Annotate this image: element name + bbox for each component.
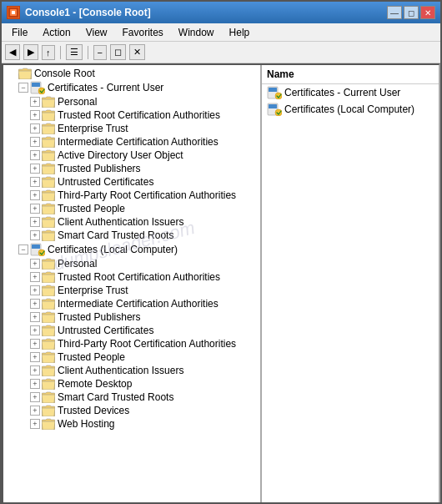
tree-item-client-auth2[interactable]: + Client Authentication Issuers	[3, 364, 260, 377]
folder-icon	[42, 298, 55, 310]
toolbar-forward[interactable]: ▶	[23, 44, 38, 60]
tree-item-active-directory1[interactable]: + Active Directory User Object	[3, 149, 260, 162]
toolbar-up[interactable]: ↑	[42, 45, 55, 60]
tree-panel: Console Root− Certificates - Current Use…	[3, 65, 262, 504]
tree-item-label: Enterprise Trust	[58, 123, 128, 134]
menu-action[interactable]: Action	[36, 25, 77, 40]
expand-icon[interactable]: +	[30, 177, 40, 187]
tree-item-trusted-publishers2[interactable]: + Trusted Publishers	[3, 310, 260, 324]
folder-icon	[42, 109, 55, 121]
cert-icon	[30, 243, 45, 256]
restore-button[interactable]: ◻	[404, 6, 419, 19]
tree-item-label: Trusted Root Certification Authorities	[58, 271, 220, 283]
expand-icon[interactable]: +	[30, 97, 40, 107]
folder-icon	[42, 391, 55, 403]
expand-icon[interactable]: +	[30, 137, 40, 147]
tree-item-client-auth1[interactable]: + Client Authentication Issuers	[3, 215, 260, 229]
tree-item-label: Untrusted Certificates	[58, 176, 153, 188]
tree-item-smart-card1[interactable]: + Smart Card Trusted Roots	[3, 229, 260, 242]
svg-rect-13	[269, 104, 277, 108]
expand-icon[interactable]: +	[30, 299, 40, 309]
tree-item-untrusted1[interactable]: + Untrusted Certificates	[3, 175, 260, 189]
toolbar-show-hide[interactable]: ☰	[66, 44, 83, 60]
toolbar: ◀ ▶ ↑ ☰ − ◻ ✕	[2, 42, 440, 63]
tree-item-smart-card2[interactable]: + Smart Card Trusted Roots	[3, 391, 260, 404]
tree-item-trusted-devices[interactable]: + Trusted Devices	[3, 404, 260, 417]
expand-icon[interactable]: +	[30, 312, 40, 322]
collapse-icon[interactable]: −	[18, 244, 28, 255]
tree-item-third-party2[interactable]: + Third-Party Root Certification Authori…	[3, 337, 260, 350]
menu-file[interactable]: File	[5, 25, 34, 40]
tree-item-label: Untrusted Certificates	[58, 325, 153, 336]
tree-item-personal2[interactable]: + Personal	[3, 257, 260, 270]
tree-item-label: Web Hosting	[58, 418, 114, 430]
tree-item-label: Personal	[58, 96, 97, 108]
tree-item-enterprise-trust1[interactable]: + Enterprise Trust	[3, 122, 260, 135]
tree-item-untrusted2[interactable]: + Untrusted Certificates	[3, 324, 260, 337]
expand-icon[interactable]: +	[30, 285, 40, 295]
expand-icon[interactable]: +	[30, 150, 40, 160]
expand-icon[interactable]: +	[30, 217, 40, 227]
toolbar-close-sub[interactable]: ✕	[129, 44, 145, 60]
toolbar-separator	[60, 46, 61, 59]
tree-item-label: Certificates (Local Computer)	[48, 244, 178, 255]
tree-item-web-hosting[interactable]: + Web Hosting	[3, 417, 260, 431]
window-controls: — ◻ ✕	[387, 6, 435, 19]
expand-icon[interactable]: +	[30, 406, 40, 416]
tree-item-intermediate1[interactable]: + Intermediate Certification Authorities	[3, 135, 260, 149]
expand-icon[interactable]: +	[30, 365, 40, 375]
expand-icon[interactable]: +	[30, 164, 40, 174]
right-panel-item[interactable]: Certificates (Local Computer)	[262, 101, 439, 118]
expand-icon[interactable]: +	[30, 190, 40, 200]
expand-icon[interactable]: +	[30, 352, 40, 362]
tree-item-label: Client Authentication Issuers	[58, 365, 183, 376]
expand-icon[interactable]: +	[30, 339, 40, 349]
tree-item-trusted-people1[interactable]: + Trusted People	[3, 202, 260, 215]
tree-item-trusted-people2[interactable]: + Trusted People	[3, 350, 260, 364]
close-button[interactable]: ✕	[420, 6, 435, 19]
expand-icon[interactable]: +	[30, 110, 40, 120]
menu-window[interactable]: Window	[172, 25, 221, 40]
tree-item-label: Third-Party Root Certification Authoriti…	[58, 338, 236, 350]
expand-icon[interactable]: +	[30, 230, 40, 240]
tree-item-trusted-root1[interactable]: + Trusted Root Certification Authorities	[3, 108, 260, 122]
menu-help[interactable]: Help	[223, 25, 257, 40]
tree-item-trusted-publishers1[interactable]: + Trusted Publishers	[3, 162, 260, 175]
expand-icon[interactable]: +	[30, 259, 40, 269]
toolbar-restore-sub[interactable]: ◻	[110, 44, 126, 60]
menu-bar: File Action View Favorites Window Help	[2, 23, 440, 42]
expand-icon[interactable]: +	[30, 325, 40, 335]
tree-item-label: Client Authentication Issuers	[58, 216, 183, 228]
tree-item-enterprise-trust2[interactable]: + Enterprise Trust	[3, 284, 260, 297]
toolbar-back[interactable]: ◀	[5, 44, 20, 60]
folder-icon	[42, 311, 55, 323]
collapse-icon[interactable]: −	[18, 83, 28, 93]
tree-item-label: Smart Card Trusted Roots	[58, 229, 173, 241]
tree-item-third-party1[interactable]: + Third-Party Root Certification Authori…	[3, 189, 260, 202]
right-panel-header: Name	[262, 67, 439, 84]
folder-icon	[42, 229, 55, 241]
expand-icon[interactable]: +	[30, 392, 40, 402]
tree-item-trusted-root2[interactable]: + Trusted Root Certification Authorities	[3, 270, 260, 284]
toolbar-minimize-sub[interactable]: −	[93, 45, 107, 60]
tree-item-remote-desktop[interactable]: + Remote Desktop	[3, 377, 260, 391]
tree-item-console-root[interactable]: Console Root	[3, 67, 260, 80]
tree-item-certs-local[interactable]: − Certificates (Local Computer)	[3, 242, 260, 257]
menu-favorites[interactable]: Favorites	[116, 25, 170, 40]
tree-item-label: Intermediate Certification Authorities	[58, 136, 218, 148]
right-panel: Name Certificates - Current User Certifi…	[262, 65, 439, 504]
folder-icon	[42, 123, 55, 134]
expand-icon[interactable]: +	[30, 123, 40, 134]
tree-item-certs-current-user[interactable]: − Certificates - Current User	[3, 80, 260, 95]
folder-icon	[42, 258, 55, 270]
menu-view[interactable]: View	[79, 25, 114, 40]
expand-icon[interactable]: +	[30, 272, 40, 282]
expand-icon[interactable]: +	[30, 204, 40, 214]
expand-icon[interactable]: +	[30, 419, 40, 429]
tree-item-label: Third-Party Root Certification Authoriti…	[58, 189, 236, 201]
minimize-button[interactable]: —	[387, 6, 402, 19]
tree-item-intermediate2[interactable]: + Intermediate Certification Authorities	[3, 297, 260, 310]
right-panel-item[interactable]: Certificates - Current User	[262, 84, 439, 101]
expand-icon[interactable]: +	[30, 379, 40, 389]
tree-item-personal1[interactable]: + Personal	[3, 95, 260, 108]
